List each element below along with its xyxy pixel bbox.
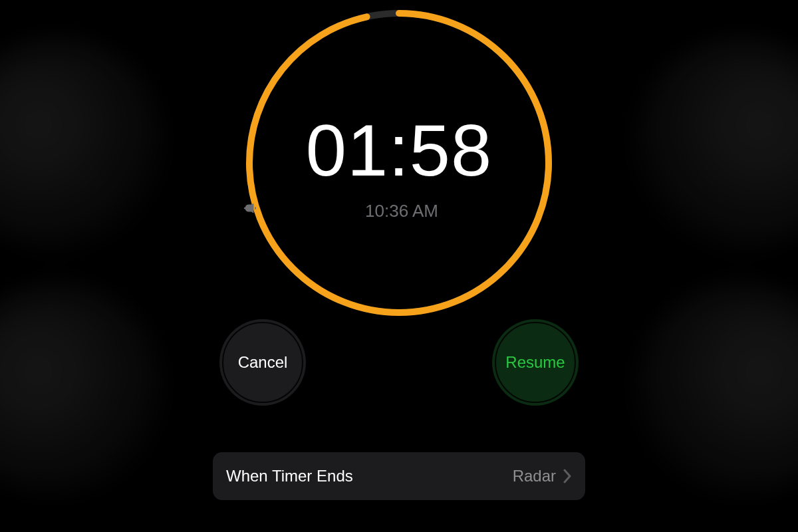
cancel-button-label: Cancel xyxy=(238,353,288,372)
end-time-text: 10:36 AM xyxy=(365,201,438,221)
when-timer-ends-value: Radar xyxy=(513,467,556,485)
background-blur-left xyxy=(0,0,180,532)
when-timer-ends-row[interactable]: When Timer Ends Radar xyxy=(213,452,585,500)
resume-button[interactable]: Resume xyxy=(492,319,579,406)
screenshot-stage: 01:58 10:36 AM Cancel Resume When Timer … xyxy=(0,0,798,532)
end-time-row: 10:36 AM xyxy=(243,201,555,221)
resume-button-label: Resume xyxy=(505,353,565,372)
background-blur-right xyxy=(618,0,798,532)
when-timer-ends-label: When Timer Ends xyxy=(226,467,513,485)
timer-ring: 01:58 10:36 AM xyxy=(243,7,555,319)
timer-screen: 01:58 10:36 AM Cancel Resume When Timer … xyxy=(200,0,598,532)
time-remaining: 01:58 xyxy=(243,108,555,192)
chevron-right-icon xyxy=(563,469,572,483)
cancel-button[interactable]: Cancel xyxy=(219,319,306,406)
